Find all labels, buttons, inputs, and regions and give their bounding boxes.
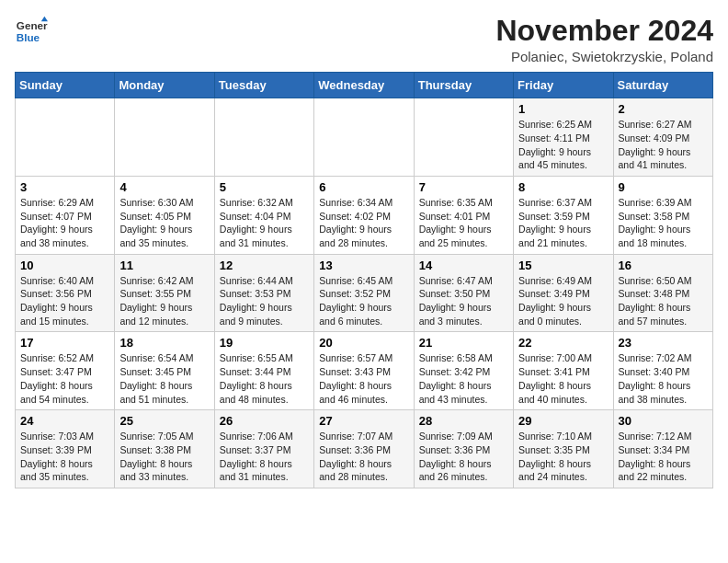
day-info: Sunrise: 7:07 AMSunset: 3:36 PMDaylight:… (319, 430, 408, 484)
weekday-header-friday: Friday (514, 73, 613, 98)
day-number: 25 (119, 414, 209, 428)
calendar-cell: 20Sunrise: 6:57 AMSunset: 3:43 PMDayligh… (314, 332, 414, 410)
calendar-cell (16, 98, 115, 177)
calendar-cell: 21Sunrise: 6:58 AMSunset: 3:42 PMDayligh… (414, 332, 513, 410)
day-number: 18 (119, 336, 209, 350)
day-number: 2 (619, 102, 708, 116)
calendar-cell: 12Sunrise: 6:44 AMSunset: 3:53 PMDayligh… (214, 254, 313, 332)
weekday-header-tuesday: Tuesday (214, 73, 313, 98)
day-number: 8 (518, 180, 608, 194)
day-info: Sunrise: 7:12 AMSunset: 3:34 PMDaylight:… (619, 430, 708, 484)
calendar-cell: 4Sunrise: 6:30 AMSunset: 4:05 PMDaylight… (115, 176, 214, 254)
day-number: 6 (319, 180, 408, 194)
calendar-cell: 13Sunrise: 6:45 AMSunset: 3:52 PMDayligh… (314, 254, 414, 332)
day-number: 22 (518, 336, 608, 350)
calendar-cell: 17Sunrise: 6:52 AMSunset: 3:47 PMDayligh… (16, 332, 115, 410)
day-info: Sunrise: 6:58 AMSunset: 3:42 PMDaylight:… (419, 351, 508, 406)
day-info: Sunrise: 7:00 AMSunset: 3:41 PMDaylight:… (518, 351, 608, 406)
calendar-cell: 3Sunrise: 6:29 AMSunset: 4:07 PMDaylight… (16, 176, 115, 254)
day-info: Sunrise: 6:57 AMSunset: 3:43 PMDaylight:… (319, 351, 408, 406)
calendar-cell: 19Sunrise: 6:55 AMSunset: 3:44 PMDayligh… (214, 332, 313, 410)
calendar-cell: 11Sunrise: 6:42 AMSunset: 3:55 PMDayligh… (115, 254, 214, 332)
day-number: 15 (518, 259, 608, 272)
day-info: Sunrise: 6:35 AMSunset: 4:01 PMDaylight:… (419, 196, 508, 250)
calendar-cell (115, 98, 214, 177)
calendar-cell: 29Sunrise: 7:10 AMSunset: 3:35 PMDayligh… (514, 410, 613, 488)
day-info: Sunrise: 7:05 AMSunset: 3:38 PMDaylight:… (119, 430, 209, 484)
page-header: General Blue November 2024 Polaniec, Swi… (15, 15, 713, 64)
day-info: Sunrise: 6:55 AMSunset: 3:44 PMDaylight:… (220, 351, 309, 406)
day-info: Sunrise: 6:45 AMSunset: 3:52 PMDaylight:… (319, 274, 408, 328)
calendar-cell: 14Sunrise: 6:47 AMSunset: 3:50 PMDayligh… (414, 254, 513, 332)
calendar-cell: 30Sunrise: 7:12 AMSunset: 3:34 PMDayligh… (613, 410, 712, 488)
calendar-cell (214, 98, 313, 177)
day-info: Sunrise: 6:50 AMSunset: 3:48 PMDaylight:… (619, 274, 708, 328)
day-number: 27 (319, 414, 408, 428)
day-number: 11 (119, 259, 209, 272)
day-number: 19 (220, 336, 309, 350)
day-info: Sunrise: 6:52 AMSunset: 3:47 PMDaylight:… (20, 351, 109, 406)
calendar-cell: 9Sunrise: 6:39 AMSunset: 3:58 PMDaylight… (613, 176, 712, 254)
calendar-table: SundayMondayTuesdayWednesdayThursdayFrid… (15, 72, 713, 488)
main-title: November 2024 (495, 15, 713, 47)
calendar-cell: 2Sunrise: 6:27 AMSunset: 4:09 PMDaylight… (613, 98, 712, 177)
calendar-cell: 23Sunrise: 7:02 AMSunset: 3:40 PMDayligh… (613, 332, 712, 410)
weekday-header-saturday: Saturday (613, 73, 712, 98)
day-info: Sunrise: 6:37 AMSunset: 3:59 PMDaylight:… (518, 196, 608, 250)
day-info: Sunrise: 7:09 AMSunset: 3:36 PMDaylight:… (419, 430, 508, 484)
day-number: 16 (619, 259, 708, 272)
day-number: 12 (220, 259, 309, 272)
day-number: 24 (20, 414, 109, 428)
day-number: 7 (419, 180, 508, 194)
calendar-cell: 27Sunrise: 7:07 AMSunset: 3:36 PMDayligh… (314, 410, 414, 488)
title-block: November 2024 Polaniec, Swietokrzyskie, … (495, 15, 713, 64)
calendar-cell (414, 98, 513, 177)
day-info: Sunrise: 7:10 AMSunset: 3:35 PMDaylight:… (518, 430, 608, 484)
calendar-cell: 1Sunrise: 6:25 AMSunset: 4:11 PMDaylight… (514, 98, 613, 177)
day-number: 26 (220, 414, 309, 428)
day-number: 13 (319, 259, 408, 272)
day-info: Sunrise: 6:49 AMSunset: 3:49 PMDaylight:… (518, 274, 608, 328)
day-info: Sunrise: 6:30 AMSunset: 4:05 PMDaylight:… (119, 196, 209, 250)
calendar-cell: 26Sunrise: 7:06 AMSunset: 3:37 PMDayligh… (214, 410, 313, 488)
day-info: Sunrise: 6:34 AMSunset: 4:02 PMDaylight:… (319, 196, 408, 250)
calendar-cell: 24Sunrise: 7:03 AMSunset: 3:39 PMDayligh… (16, 410, 115, 488)
day-info: Sunrise: 6:47 AMSunset: 3:50 PMDaylight:… (419, 274, 508, 328)
day-info: Sunrise: 6:32 AMSunset: 4:04 PMDaylight:… (220, 196, 309, 250)
day-number: 21 (419, 336, 508, 350)
calendar-cell: 28Sunrise: 7:09 AMSunset: 3:36 PMDayligh… (414, 410, 513, 488)
day-number: 29 (518, 414, 608, 428)
logo-icon: General Blue (15, 15, 48, 48)
day-number: 23 (619, 336, 708, 350)
weekday-header-wednesday: Wednesday (314, 73, 414, 98)
day-info: Sunrise: 7:03 AMSunset: 3:39 PMDaylight:… (20, 430, 109, 484)
day-number: 4 (119, 180, 209, 194)
day-number: 28 (419, 414, 508, 428)
day-info: Sunrise: 6:25 AMSunset: 4:11 PMDaylight:… (518, 118, 608, 172)
day-number: 30 (619, 414, 708, 428)
subtitle: Polaniec, Swietokrzyskie, Poland (495, 49, 713, 64)
day-number: 14 (419, 259, 508, 272)
weekday-header-monday: Monday (115, 73, 214, 98)
weekday-header-sunday: Sunday (16, 73, 115, 98)
day-info: Sunrise: 6:44 AMSunset: 3:53 PMDaylight:… (220, 274, 309, 328)
svg-text:Blue: Blue (17, 31, 40, 43)
day-info: Sunrise: 7:02 AMSunset: 3:40 PMDaylight:… (619, 351, 708, 406)
day-number: 5 (220, 180, 309, 194)
day-number: 17 (20, 336, 109, 350)
day-number: 9 (619, 180, 708, 194)
calendar-cell: 18Sunrise: 6:54 AMSunset: 3:45 PMDayligh… (115, 332, 214, 410)
day-info: Sunrise: 6:40 AMSunset: 3:56 PMDaylight:… (20, 274, 109, 328)
calendar-cell: 10Sunrise: 6:40 AMSunset: 3:56 PMDayligh… (16, 254, 115, 332)
calendar-cell: 8Sunrise: 6:37 AMSunset: 3:59 PMDaylight… (514, 176, 613, 254)
logo: General Blue (15, 15, 48, 48)
calendar-cell: 6Sunrise: 6:34 AMSunset: 4:02 PMDaylight… (314, 176, 414, 254)
day-info: Sunrise: 7:06 AMSunset: 3:37 PMDaylight:… (220, 430, 309, 484)
day-number: 1 (518, 102, 608, 116)
calendar-cell: 15Sunrise: 6:49 AMSunset: 3:49 PMDayligh… (514, 254, 613, 332)
day-info: Sunrise: 6:54 AMSunset: 3:45 PMDaylight:… (119, 351, 209, 406)
calendar-cell: 5Sunrise: 6:32 AMSunset: 4:04 PMDaylight… (214, 176, 313, 254)
calendar-cell (314, 98, 414, 177)
day-number: 20 (319, 336, 408, 350)
day-info: Sunrise: 6:29 AMSunset: 4:07 PMDaylight:… (20, 196, 109, 250)
